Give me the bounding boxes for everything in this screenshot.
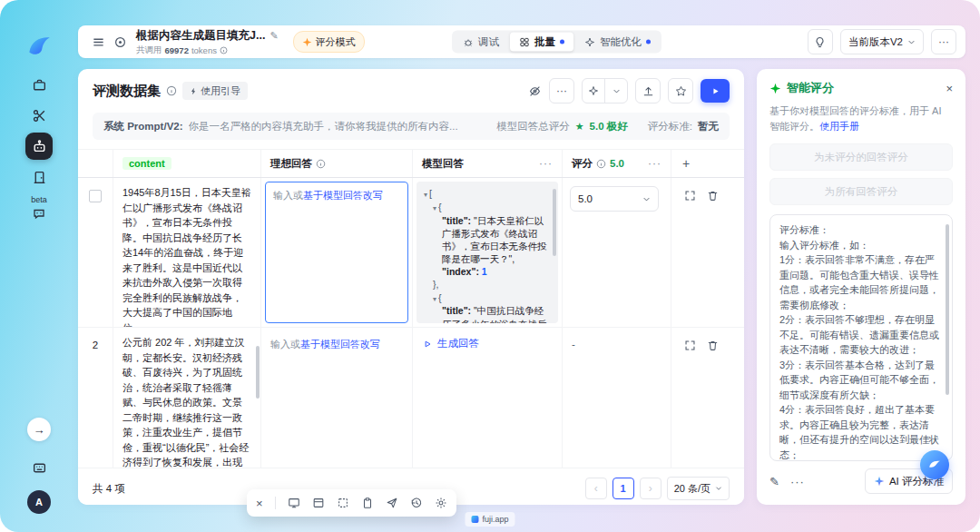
tab-debug[interactable]: 调试 [454, 33, 508, 52]
active-dot [560, 40, 564, 44]
scrollbar[interactable] [256, 346, 260, 399]
row-select-cell [78, 178, 113, 327]
settings-icon[interactable] [435, 497, 447, 509]
scrollbar[interactable] [553, 189, 556, 256]
assistant-logo-button[interactable] [920, 450, 949, 479]
score-all-button[interactable]: 为所有回答评分 [769, 178, 953, 205]
send-icon[interactable] [386, 497, 398, 509]
criteria-value: 暂无 [698, 120, 719, 133]
rewrite-from-model-link[interactable]: 基于模型回答改写 [303, 190, 383, 201]
manual-link[interactable]: 使用手册 [819, 121, 859, 132]
close-panel-button[interactable]: × [946, 82, 953, 95]
collapse-arrow-icon[interactable]: ▾ [433, 204, 436, 212]
chevron-down-icon [907, 38, 916, 46]
agent-app-icon[interactable] [25, 133, 53, 160]
monitor-icon[interactable] [288, 497, 300, 509]
ai-sparkle-button[interactable] [583, 79, 604, 103]
dataset-header: 评测数据集 使用引导 ··· [78, 69, 744, 109]
menu-icon[interactable] [87, 31, 109, 53]
content-cell[interactable]: 1945年8月15日，日本天皇裕仁以广播形式发布《终战诏书》，宣布日本无条件投降… [113, 178, 261, 327]
eye-off-icon[interactable] [528, 84, 542, 98]
collapse-arrow-icon[interactable]: ▾ [424, 191, 427, 199]
info-icon [596, 159, 606, 169]
clipboard-icon[interactable] [361, 497, 374, 509]
more-button[interactable]: ··· [790, 475, 805, 488]
header-content: content [113, 150, 261, 177]
tab-optimize[interactable]: 智能优化 [575, 33, 660, 52]
header-model-answer: 模型回答 ··· [413, 150, 563, 177]
expand-rail-button[interactable]: → [27, 418, 51, 441]
close-toolbar-button[interactable]: × [256, 497, 263, 510]
model-answer-cell: 生成回答 [413, 328, 563, 468]
favorite-button[interactable] [668, 78, 693, 103]
ideal-answer-cell: 输入或基于模型回答改写 [261, 328, 413, 468]
more-button[interactable]: ··· [931, 29, 956, 54]
edit-title-icon[interactable]: ✎ [270, 30, 278, 42]
exit-icon[interactable] [25, 163, 53, 191]
upload-button[interactable] [635, 78, 661, 103]
scrollbar[interactable] [946, 224, 949, 395]
score-mode-badge[interactable]: 评分模式 [293, 31, 365, 53]
edit-criteria-icon[interactable]: ✎ [769, 475, 779, 488]
ideal-answer-input[interactable]: 输入或基于模型回答改写 [265, 182, 408, 323]
token-usage: 共调用69972tokens [136, 44, 279, 56]
score-select[interactable]: 5.0 [570, 186, 659, 212]
page-title: 评测数据集 [93, 83, 161, 100]
tab-batch[interactable]: 批量 [510, 33, 573, 52]
app-logo-icon[interactable] [25, 33, 53, 60]
next-page-button[interactable]: › [640, 478, 662, 499]
bug-icon [463, 36, 474, 47]
window-icon[interactable] [312, 497, 325, 509]
beta-feature[interactable]: beta [31, 196, 47, 221]
current-page-button[interactable]: 1 [612, 478, 634, 499]
prev-page-button[interactable]: ‹ [585, 478, 607, 499]
system-prompt-row[interactable]: 系统 Prompt/V2: 你是一名严格的内容填充助手，请你将我提供的所有内容.… [93, 113, 730, 140]
expand-row-icon[interactable] [684, 190, 696, 202]
ideal-answer-input[interactable]: 输入或基于模型回答改写 [261, 328, 412, 361]
expand-row-icon[interactable] [684, 340, 696, 351]
sparkle-icon [874, 476, 885, 487]
delete-row-icon[interactable] [707, 340, 719, 351]
model-column-more-button[interactable]: ··· [539, 157, 553, 170]
content-cell[interactable]: 公元前 202 年，刘邦建立汉朝，定都长安。汉初经济残破、百废待兴，为了巩固统治… [113, 328, 261, 468]
lightbulb-icon[interactable] [808, 29, 833, 54]
row-actions-cell [671, 178, 744, 327]
more-button[interactable]: ··· [549, 78, 574, 103]
score-empty: - [563, 328, 671, 360]
workspace-icon[interactable] [25, 71, 53, 98]
rewrite-from-model-link[interactable]: 基于模型回答改写 [300, 339, 380, 350]
score-unscored-button[interactable]: 为未评分的回答评分 [769, 143, 953, 171]
run-button[interactable] [701, 79, 730, 103]
topbar-right: 当前版本V2 ··· [808, 29, 956, 54]
delete-row-icon[interactable] [707, 190, 719, 202]
total-score-value: 5.0 极好 [590, 120, 628, 133]
usage-guide-button[interactable]: 使用引导 [182, 82, 248, 100]
apps-grid-icon[interactable] [25, 454, 53, 481]
collapse-arrow-icon[interactable]: ▾ [433, 295, 436, 303]
generate-answer-button[interactable]: 生成回答 [413, 328, 562, 360]
selection-icon[interactable] [337, 497, 349, 509]
criteria-textarea[interactable]: 评分标准： 输入评分标准，如： 1分：表示回答非常不满意，存在严重问题。可能包含… [769, 214, 953, 461]
tools-icon[interactable] [25, 102, 53, 129]
content-column-tag: content [122, 157, 172, 170]
top-bar: 根据内容生成题目填充J... ✎ 共调用69972tokens 评分模式 调试 … [78, 25, 965, 58]
chevron-down-icon [715, 485, 722, 492]
page-size-select[interactable]: 20 条/页 [667, 477, 730, 500]
row-actions-cell [671, 328, 744, 468]
target-icon[interactable] [109, 31, 131, 53]
model-answer-json[interactable]: ▾[ ▾{ "title": "日本天皇裕仁以广播形式发布《终战诏书》，宣布日本… [416, 182, 558, 323]
info-icon [220, 46, 228, 54]
chevron-down-icon [642, 195, 651, 203]
floating-toolbar: × [247, 489, 456, 517]
add-column-button[interactable]: + [671, 150, 744, 177]
info-icon [166, 85, 177, 96]
beta-label: beta [31, 196, 47, 204]
history-icon[interactable] [410, 497, 423, 509]
row-checkbox[interactable] [89, 190, 102, 202]
dataset-panel: 评测数据集 使用引导 ··· [78, 69, 744, 505]
header-select-column [78, 150, 113, 177]
user-avatar[interactable]: A [27, 490, 51, 514]
score-column-more-button[interactable]: ··· [648, 157, 662, 170]
chevron-down-icon[interactable] [604, 79, 627, 103]
version-dropdown[interactable]: 当前版本V2 [840, 29, 924, 54]
